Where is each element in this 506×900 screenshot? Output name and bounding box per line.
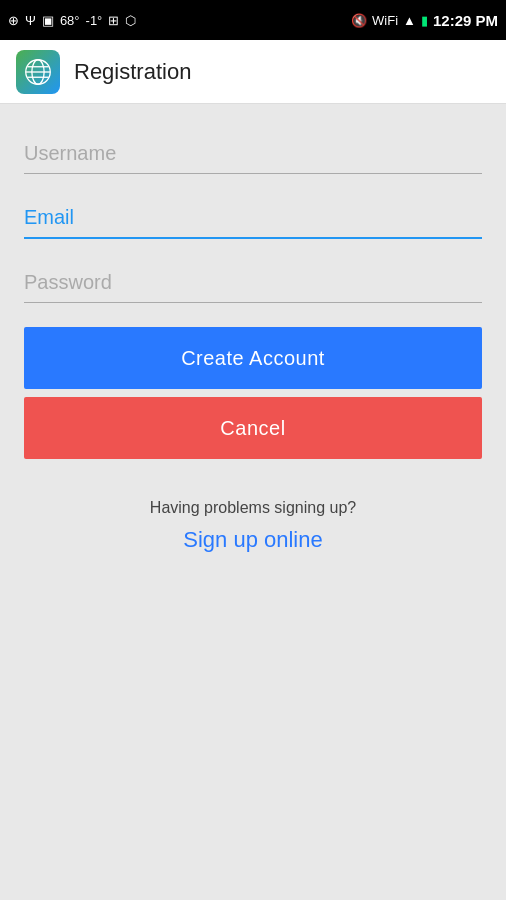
status-bar: ⊕ Ψ ▣ 68° -1° ⊞ ⬡ 🔇 WiFi ▲ ▮ 12:29 PM (0, 0, 506, 40)
usb-icon: ⊕ (8, 13, 19, 28)
create-account-button[interactable]: Create Account (24, 327, 482, 389)
degree-icon: -1° (86, 13, 103, 28)
username-wrapper (24, 134, 482, 174)
app-icon (16, 50, 60, 94)
email-wrapper (24, 198, 482, 239)
mute-icon: 🔇 (351, 13, 367, 28)
password-wrapper (24, 263, 482, 303)
status-bar-right-icons: 🔇 WiFi ▲ ▮ 12:29 PM (351, 12, 498, 29)
nfc-icon: ⬡ (125, 13, 136, 28)
help-text: Having problems signing up? (24, 499, 482, 517)
app-title: Registration (74, 59, 191, 85)
status-time: 12:29 PM (433, 12, 498, 29)
status-bar-left-icons: ⊕ Ψ ▣ 68° -1° ⊞ ⬡ (8, 13, 136, 28)
username-input[interactable] (24, 134, 482, 174)
globe-svg-icon (24, 58, 52, 86)
email-input[interactable] (24, 198, 482, 239)
temp-icon: 68° (60, 13, 80, 28)
charge-icon: Ψ (25, 13, 36, 28)
cancel-button[interactable]: Cancel (24, 397, 482, 459)
help-section: Having problems signing up? Sign up onli… (24, 499, 482, 553)
app-bar: Registration (0, 40, 506, 104)
main-content: Create Account Cancel Having problems si… (0, 104, 506, 577)
image-icon: ▣ (42, 13, 54, 28)
signup-online-link[interactable]: Sign up online (183, 527, 322, 552)
wifi-icon: WiFi (372, 13, 398, 28)
signal-icon: ▲ (403, 13, 416, 28)
battery-icon: ▮ (421, 13, 428, 28)
password-input[interactable] (24, 263, 482, 303)
apps-icon: ⊞ (108, 13, 119, 28)
